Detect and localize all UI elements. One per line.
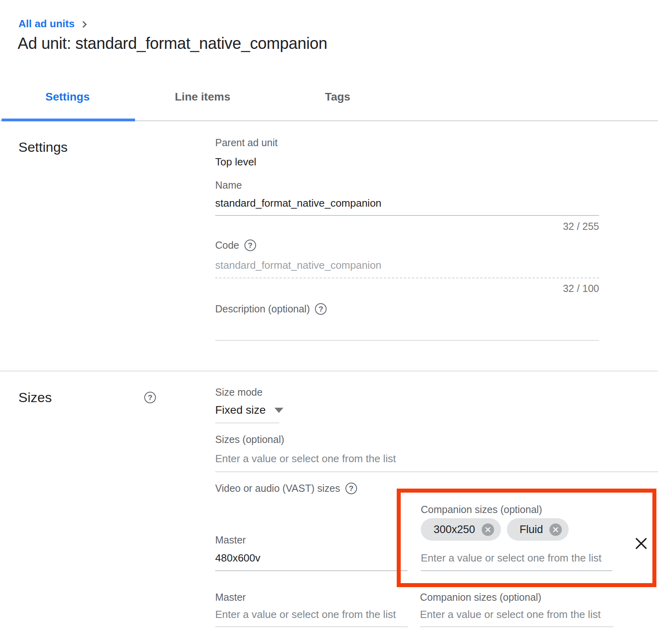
companion-1-input[interactable] [421, 545, 612, 571]
description-input[interactable] [215, 316, 599, 341]
description-label: Description (optional) [215, 303, 310, 315]
master-2-input[interactable] [215, 602, 408, 627]
chip-remove-icon[interactable] [549, 523, 562, 536]
size-mode-value: Fixed size [215, 404, 266, 417]
master-2-label: Master [215, 592, 246, 603]
code-input [215, 253, 599, 278]
dropdown-caret-icon [275, 408, 283, 413]
chip-label: Fluid [520, 523, 543, 536]
section-divider [0, 370, 658, 372]
tab-settings[interactable]: Settings [0, 91, 135, 103]
active-tab-indicator [2, 119, 135, 121]
tab-line-items[interactable]: Line items [135, 91, 270, 103]
companion-2-input[interactable] [420, 602, 614, 627]
chevron-right-icon [80, 21, 87, 28]
parent-ad-unit-value: Top level [215, 156, 256, 168]
companion-1-chips: 300x250 Fluid [421, 518, 569, 541]
description-label-row: Description (optional) ? [215, 303, 327, 315]
vast-sizes-label: Video or audio (VAST) sizes [215, 483, 340, 494]
vast-sizes-label-row: Video or audio (VAST) sizes ? [215, 483, 357, 494]
breadcrumb-link-all-ad-units[interactable]: All ad units [18, 18, 75, 30]
companion-size-chip: Fluid [507, 518, 569, 541]
chip-label: 300x250 [434, 523, 475, 536]
name-label: Name [215, 179, 242, 191]
tab-tags[interactable]: Tags [270, 91, 405, 103]
companion-2-label: Companion sizes (optional) [420, 592, 541, 603]
vast-sizes-help-icon[interactable]: ? [345, 483, 357, 494]
remove-row-icon[interactable] [634, 537, 648, 550]
companion-1-label: Companion sizes (optional) [421, 504, 542, 515]
code-label-row: Code ? [215, 239, 256, 251]
sizes-optional-input[interactable] [215, 446, 658, 472]
name-input[interactable] [215, 191, 599, 216]
description-help-icon[interactable]: ? [315, 303, 327, 315]
size-mode-underline [215, 423, 279, 423]
chip-remove-icon[interactable] [482, 523, 494, 536]
code-help-icon[interactable]: ? [244, 239, 256, 251]
size-mode-dropdown[interactable]: Fixed size [215, 404, 283, 417]
sizes-help-icon[interactable]: ? [144, 392, 156, 403]
code-char-counter: 32 / 100 [215, 283, 599, 294]
parent-ad-unit-label: Parent ad unit [215, 137, 278, 149]
name-char-counter: 32 / 255 [215, 221, 599, 232]
sizes-optional-label: Sizes (optional) [215, 434, 284, 445]
settings-section-heading: Settings [18, 139, 68, 155]
ad-unit-settings-page: All ad units Ad unit: standard_format_na… [0, 0, 658, 644]
sizes-section-heading: Sizes [18, 390, 52, 405]
page-title: Ad unit: standard_format_native_companio… [18, 34, 327, 52]
code-label: Code [215, 239, 239, 251]
master-1-input[interactable] [215, 545, 408, 571]
companion-size-chip: 300x250 [421, 518, 501, 541]
master-1-label: Master [215, 534, 246, 546]
size-mode-label: Size mode [215, 386, 262, 398]
breadcrumb: All ad units [18, 18, 86, 30]
